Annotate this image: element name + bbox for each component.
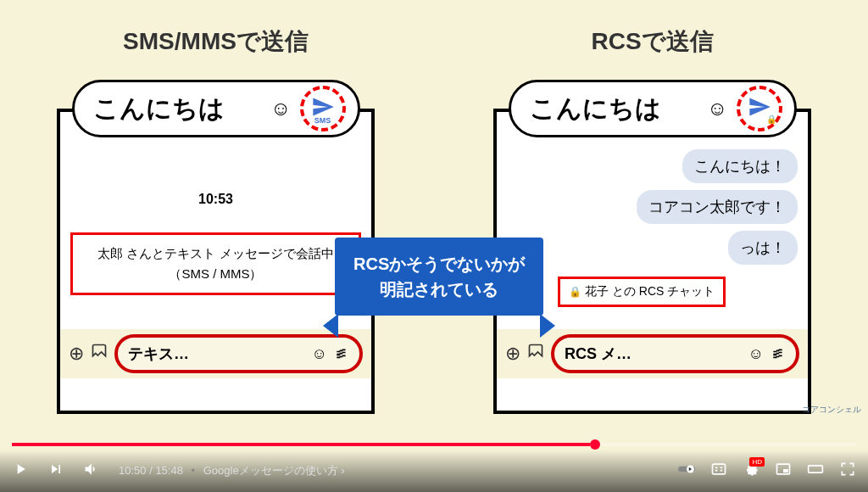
sms-text-input: テキス… ☺ ꠵ [114, 334, 363, 373]
captions-button[interactable] [710, 461, 727, 482]
voice-wave-icon: ꠵ [334, 345, 349, 363]
lock-icon: 🔒 [569, 286, 581, 298]
rcs-status-box: 🔒花子 との RCS チャット [558, 277, 726, 307]
time-display: 10:50 / 15:48 • Googleメッセージの使い方 › [119, 463, 345, 478]
message-bubble: コアコン太郎です！ [637, 190, 798, 224]
settings-button[interactable]: HD [743, 461, 760, 482]
miniplayer-button[interactable] [775, 461, 792, 482]
gallery-icon [91, 343, 108, 365]
sms-status-box: 太郎 さんとテキスト メッセージで会話中（SMS / MMS） [70, 232, 361, 295]
watermark: コアコンシェル [802, 404, 861, 416]
send-sms-label: SMS [314, 116, 331, 125]
play-button[interactable] [12, 461, 29, 482]
autoplay-toggle[interactable] [678, 461, 695, 482]
send-lock-icon: 🔒 [748, 95, 771, 122]
callout-arrow-left [323, 314, 338, 338]
timestamp: 10:53 [70, 192, 361, 207]
emoji-icon: ☺ [312, 345, 327, 363]
svg-rect-2 [713, 464, 726, 474]
chevron-right-icon[interactable]: › [341, 464, 344, 477]
svg-rect-4 [783, 469, 788, 472]
sms-phone: こんにちは ☺ SMS 10:53 太郎 さんとテキ [57, 83, 375, 414]
fullscreen-button[interactable] [839, 461, 856, 482]
video-player: SMS/MMSで送信 こんにちは ☺ SMS [0, 0, 868, 492]
progress-bar[interactable] [12, 443, 856, 446]
message-bubble: こんにちは！ [682, 149, 798, 183]
rcs-compose-pill: こんにちは ☺ 🔒 [509, 80, 797, 137]
compose-text: こんにちは [530, 92, 707, 126]
rcs-header: RCSで送信 [591, 25, 713, 58]
chapter-title[interactable]: Googleメッセージの使い方 [203, 464, 338, 477]
annotation-callout: RCSかそうでないかが 明記されている [335, 238, 543, 316]
emoji-icon: ☺ [270, 97, 292, 120]
next-button[interactable] [47, 461, 64, 482]
sms-send-circle: SMS [300, 86, 346, 131]
rcs-send-circle: 🔒 [737, 86, 782, 131]
message-bubble: っは！ [728, 231, 798, 265]
sms-compose-pill: こんにちは ☺ SMS [72, 80, 360, 137]
plus-icon: ⊕ [505, 343, 520, 365]
emoji-icon: ☺ [707, 97, 728, 120]
rcs-text-input: RCS メ… ☺ ꠵ [551, 334, 799, 373]
emoji-icon: ☺ [748, 345, 764, 363]
theater-button[interactable] [807, 461, 824, 482]
progress-fill [12, 443, 590, 446]
sms-phone-body: 10:53 太郎 さんとテキスト メッセージで会話中（SMS / MMS） ⊕ … [57, 109, 375, 414]
callout-arrow-right [540, 314, 555, 338]
video-content: SMS/MMSで送信 こんにちは ☺ SMS [0, 0, 868, 450]
plus-icon: ⊕ [69, 343, 84, 365]
voice-wave-icon: ꠵ [771, 345, 786, 363]
sms-column: SMS/MMSで送信 こんにちは ☺ SMS [57, 25, 375, 450]
player-controls: 10:50 / 15:48 • Googleメッセージの使い方 › HD [0, 450, 868, 492]
volume-button[interactable] [83, 461, 100, 482]
gallery-icon [527, 343, 544, 365]
svg-rect-5 [809, 465, 823, 472]
compose-text: こんにちは [93, 92, 270, 126]
hd-badge: HD [749, 457, 765, 467]
sms-header: SMS/MMSで送信 [123, 25, 309, 58]
